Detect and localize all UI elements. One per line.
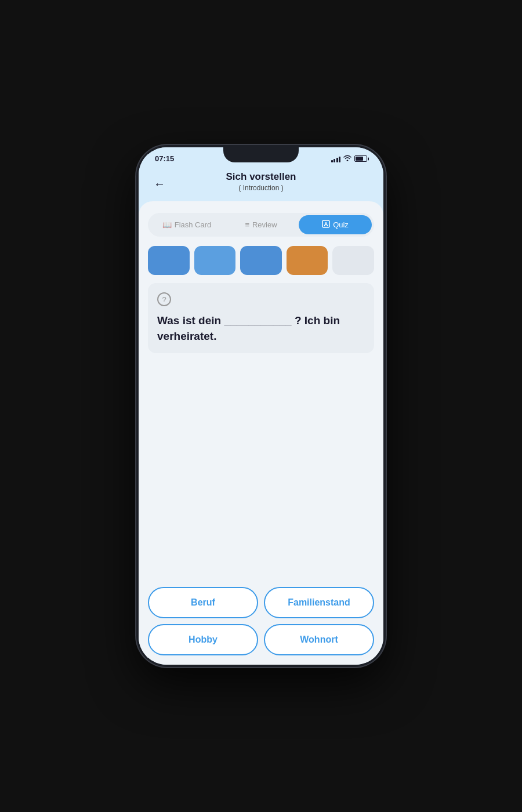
tab-review-label: Review [252,220,277,229]
review-icon: ≡ [245,220,249,229]
tab-bar: 📖 Flash Card ≡ Review Quiz [148,213,374,237]
tab-quiz[interactable]: Quiz [299,215,372,234]
progress-block-5 [332,246,374,275]
tab-quiz-label: Quiz [333,220,349,229]
progress-block-3 [240,246,282,275]
help-icon: ? [157,292,171,306]
phone-notch [223,145,299,162]
tab-flashcard-label: Flash Card [175,220,212,229]
page-title: Sich vorstellen [226,171,296,183]
answer-familienstand[interactable]: Familienstand [264,587,374,618]
progress-block-1 [148,246,190,275]
progress-blocks [148,246,374,275]
phone-screen: 07:15 [139,147,383,665]
tab-flashcard[interactable]: 📖 Flash Card [150,215,223,234]
flashcard-icon: 📖 [162,220,172,229]
header: ← Sich vorstellen ( Introduction ) [139,166,383,201]
quiz-icon [322,220,330,230]
main-content: 📖 Flash Card ≡ Review Quiz [139,201,383,578]
wifi-icon [343,155,351,163]
answer-beruf[interactable]: Beruf [148,587,258,618]
svg-point-1 [325,222,327,224]
phone-shell: 07:15 [136,145,386,667]
question-card: ? Was ist dein ___________ ? Ich bin ver… [148,283,374,353]
header-title: Sich vorstellen ( Introduction ) [226,171,296,192]
status-icons [331,155,368,163]
answer-hobby[interactable]: Hobby [148,624,258,655]
question-text: Was ist dein ___________ ? Ich bin verhe… [157,313,365,344]
page-subtitle: ( Introduction ) [226,184,296,192]
answer-grid: Beruf Familienstand Hobby Wohnort [139,578,383,665]
progress-block-2 [194,246,236,275]
battery-icon [354,155,367,162]
back-button[interactable]: ← [150,175,169,193]
signal-bars-icon [331,155,341,162]
progress-block-4 [287,246,328,275]
tab-review[interactable]: ≡ Review [224,215,298,234]
status-time: 07:15 [155,154,174,163]
answer-wohnort[interactable]: Wohnort [264,624,374,655]
